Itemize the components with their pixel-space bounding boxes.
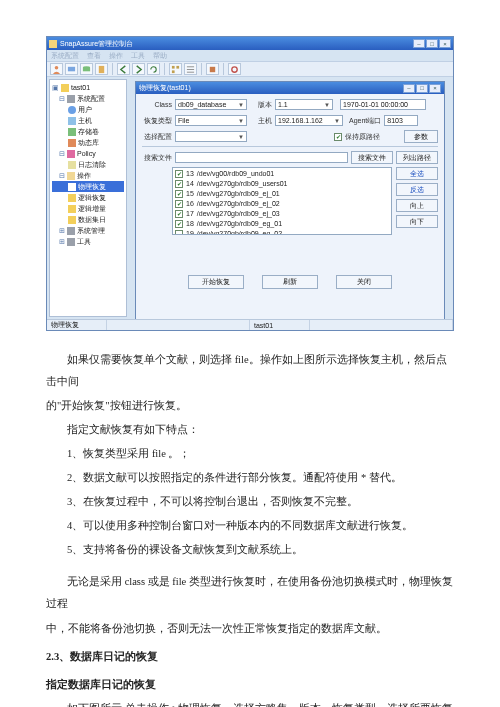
svg-rect-1 (68, 66, 75, 71)
search-button[interactable]: 搜索文件 (351, 151, 393, 164)
class-select[interactable]: db09_database▼ (175, 99, 247, 110)
menu-item[interactable]: 帮助 (153, 51, 167, 61)
dialog-title: 物理恢复(tast01) (139, 83, 403, 93)
list-item[interactable]: ✔18/dev/vg270gb/rdb09_eg_01 (175, 219, 389, 229)
status-cell (107, 320, 250, 330)
app-icon (49, 40, 57, 48)
move-down-button[interactable]: 向下 (396, 215, 438, 228)
chevron-down-icon: ▼ (238, 134, 244, 140)
list-line: 2、数据文献可以按照指定的条件进行部分恢复。通配符使用 * 替代。 (46, 467, 454, 489)
heading: 指定数据库日记的恢复 (46, 674, 454, 696)
maximize-button[interactable]: □ (426, 39, 438, 48)
tree-sysconf[interactable]: ⊟系统配置 (52, 93, 124, 104)
tree-item[interactable]: 逻辑增量 (52, 203, 124, 214)
status-cell (310, 320, 453, 330)
tree-tools[interactable]: ⊞工具 (52, 236, 124, 247)
toolbar-host-icon[interactable] (65, 63, 78, 75)
search-label: 搜索文件 (142, 153, 172, 163)
menu-item[interactable]: 查看 (87, 51, 101, 61)
status-cell: 物理恢复 (47, 320, 107, 330)
nav-tree[interactable]: ▣tast01 ⊟系统配置 用户 主机 存储卷 动态库 ⊟Policy 日志清除… (49, 79, 127, 317)
dialog-close-button[interactable]: × (429, 84, 441, 93)
search-input[interactable] (175, 152, 348, 163)
tree-sysmgr[interactable]: ⊞系统管理 (52, 225, 124, 236)
chevron-down-icon: ▼ (238, 102, 244, 108)
options-select[interactable]: ▼ (175, 131, 247, 142)
svg-rect-7 (172, 70, 175, 73)
toolbar-lib-icon[interactable] (95, 63, 108, 75)
list-line: 4、可以使用多种控制台窗口对一种版本内的不同数据库文献进行恢复。 (46, 515, 454, 537)
toolbar-forward-icon[interactable] (132, 63, 145, 75)
menu-item[interactable]: 工具 (131, 51, 145, 61)
list-item[interactable]: 19/dev/vg270gb/rdb09_eg_02 (175, 229, 389, 235)
svg-point-0 (55, 65, 59, 69)
tree-item[interactable]: 数据集日 (52, 214, 124, 225)
svg-rect-6 (176, 65, 179, 68)
toolbar-disk-icon[interactable] (80, 63, 93, 75)
close-dialog-button[interactable]: 关闭 (336, 275, 392, 289)
menu-item[interactable]: 系统配置 (51, 51, 79, 61)
dialog-max-button[interactable]: □ (416, 84, 428, 93)
agent-port-label: Agent端口 (349, 116, 381, 126)
device-list[interactable]: ✔13/dev/vg00/rdb09_undo01 ✔14/dev/vg270g… (172, 167, 392, 235)
version-select[interactable]: 1.1▼ (275, 99, 333, 110)
list-item[interactable]: ✔17/dev/vg270gb/rdb09_ej_03 (175, 209, 389, 219)
list-item[interactable]: ✔15/dev/vg270gb/rdb09_ej_01 (175, 189, 389, 199)
toolbar-gear-icon[interactable] (228, 63, 241, 75)
class-label: Class (142, 101, 172, 108)
svg-rect-11 (210, 66, 215, 71)
list-item[interactable]: ✔13/dev/vg00/rdb09_undo01 (175, 169, 389, 179)
paragraph: 无论是采用 class 或是 file 类型进行恢复时，在使用备份池切换模式时，… (46, 571, 454, 615)
client-area: 物理恢复(tast01) – □ × Class db09_database▼ … (129, 79, 451, 317)
toolbar-list-icon[interactable] (184, 63, 197, 75)
version-label: 版本 (250, 100, 272, 110)
titlebar: SnapAssure管理控制台 – □ × (47, 37, 453, 50)
refresh-button[interactable]: 刷新 (262, 275, 318, 289)
keep-path-checkbox[interactable]: ✔ (334, 133, 342, 141)
paragraph: 中，不能将备份池切换，否则无法一次性正常恢复指定的数据库文献。 (46, 618, 454, 640)
dialog-min-button[interactable]: – (403, 84, 415, 93)
toolbar-refresh-icon[interactable] (147, 63, 160, 75)
restore-dialog: 物理恢复(tast01) – □ × Class db09_database▼ … (135, 81, 445, 323)
host-select[interactable]: 192.168.1.162▼ (275, 115, 343, 126)
tree-item-physical-restore[interactable]: 物理恢复 (52, 181, 124, 192)
move-up-button[interactable]: 向上 (396, 199, 438, 212)
agent-port-field[interactable]: 8103 (384, 115, 418, 126)
select-none-button[interactable]: 反选 (396, 183, 438, 196)
options-label: 选择配置 (142, 132, 172, 142)
status-bar: 物理恢复 tast01 (47, 319, 453, 330)
restore-type-label: 恢复类型 (142, 116, 172, 126)
tree-item[interactable]: 用户 (52, 104, 124, 115)
toolbar-tree-icon[interactable] (169, 63, 182, 75)
timestamp-field: 1970-01-01 00:00:00 (340, 99, 426, 110)
list-item[interactable]: ✔14/dev/vg270gb/rdb09_users01 (175, 179, 389, 189)
tree-item[interactable]: 日志清除 (52, 159, 124, 170)
app-window: SnapAssure管理控制台 – □ × 系统配置 查看 操作 工具 帮助 (46, 36, 454, 331)
tree-policy[interactable]: ⊟Policy (52, 148, 124, 159)
select-all-button[interactable]: 全选 (396, 167, 438, 180)
list-item[interactable]: ✔16/dev/vg270gb/rdb09_ej_02 (175, 199, 389, 209)
tree-root[interactable]: ▣tast01 (52, 82, 124, 93)
toolbar-user-icon[interactable] (50, 63, 63, 75)
chevron-down-icon: ▼ (334, 118, 340, 124)
app-title: SnapAssure管理控制台 (60, 39, 413, 49)
document-body: 如果仅需要恢复单个文献，则选择 file。操作如上图所示选择恢复主机，然后点击中… (46, 349, 454, 707)
param-button[interactable]: 参数 (404, 130, 438, 143)
toolbar-back-icon[interactable] (117, 63, 130, 75)
svg-rect-5 (172, 65, 175, 68)
toolbar-cube-icon[interactable] (206, 63, 219, 75)
chevron-down-icon: ▼ (324, 102, 330, 108)
tree-item[interactable]: 逻辑恢复 (52, 192, 124, 203)
list-line: 1、恢复类型采用 file 。； (46, 443, 454, 465)
tree-item[interactable]: 存储卷 (52, 126, 124, 137)
restore-type-select[interactable]: File▼ (175, 115, 247, 126)
menu-item[interactable]: 操作 (109, 51, 123, 61)
start-restore-button[interactable]: 开始恢复 (188, 275, 244, 289)
list-path-button[interactable]: 列出路径 (396, 151, 438, 164)
close-button[interactable]: × (439, 39, 451, 48)
minimize-button[interactable]: – (413, 39, 425, 48)
paragraph: 的"开始恢复"按钮进行恢复。 (46, 395, 454, 417)
tree-item[interactable]: 动态库 (52, 137, 124, 148)
tree-ops[interactable]: ⊟操作 (52, 170, 124, 181)
tree-item[interactable]: 主机 (52, 115, 124, 126)
